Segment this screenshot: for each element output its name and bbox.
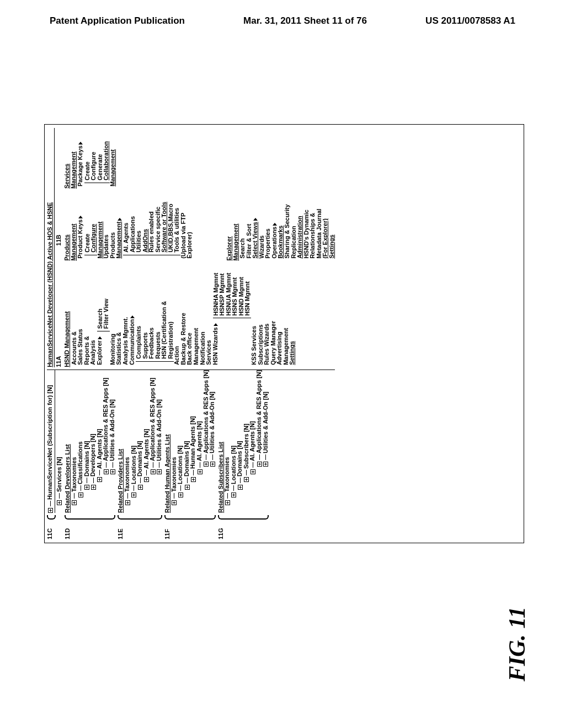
tree-apps: Applications & RES Apps [N] (202, 370, 209, 453)
expand-icon (263, 462, 268, 467)
menu-item: Rules Wizards (264, 270, 270, 367)
expand-icon (257, 462, 262, 467)
expand-icon (198, 469, 202, 474)
flyout-item: AI. Agents (123, 202, 130, 253)
expand-icon (250, 469, 255, 474)
tree-domains: Domains [N] (236, 441, 243, 477)
arrow-icon (214, 323, 218, 326)
ref-11d: 11D (65, 520, 71, 539)
menu-products: Products Management Product Keys Create … (64, 197, 335, 261)
page-header: Patent Application Publication Mar. 31, … (0, 0, 565, 26)
menu-item: Advertising (276, 270, 283, 367)
expand-icon (84, 485, 89, 490)
expand-icon (238, 485, 243, 490)
tree-domains: Domains [N] (83, 441, 90, 477)
tree-locations: Locations [N] (230, 446, 237, 484)
expand-icon (48, 508, 53, 513)
header-right: US 2011/0078583 A1 (425, 15, 515, 26)
expand-icon (97, 477, 102, 482)
menu-services: Services Management Package Keys Create … (64, 128, 116, 189)
menu-item: Management (193, 270, 200, 367)
tree-ai: AI. Agents [N] (143, 429, 150, 469)
expand-icon (78, 493, 83, 497)
tree-locations: Locations [N] (177, 446, 183, 484)
menu-services-title: Services Management (64, 128, 77, 189)
tree-tax: Taxonomies (170, 457, 177, 492)
expand-icon (110, 469, 115, 474)
expand-icon (204, 462, 209, 467)
expand-icon (151, 469, 156, 474)
tree-ai: AI. Agents [N] (96, 429, 103, 469)
menu-item: HSN Wizards (212, 327, 218, 365)
ref-11c: 11C (47, 520, 54, 539)
expand-icon (225, 500, 230, 505)
tree-locations: Locations [N] (130, 446, 137, 484)
expand-icon (104, 469, 109, 474)
menu-item: Communication (129, 319, 135, 365)
expand-icon (131, 493, 136, 497)
menu-item: (Upload via FTP Explorer) (180, 197, 193, 261)
window-title: HumanServiceNet Developer (HSND) Active … (47, 128, 55, 367)
tree-utils: Utilities & Add-On [N] (209, 392, 215, 453)
arrow-icon (118, 218, 122, 221)
tree-domains: Domains [N] (183, 441, 190, 477)
menu-item: Relationships & (310, 197, 316, 261)
expand-icon (231, 493, 236, 497)
flyout-item: Complaints (136, 270, 142, 359)
arrow-icon (98, 336, 102, 339)
flyout-item: Filter View (103, 298, 110, 329)
ref-11f: 11F (164, 520, 171, 539)
menu-item: Select Views (252, 222, 258, 258)
tree-utils: Utilities & Add-On [N] (262, 392, 269, 453)
menu-item: Sales Status (77, 270, 84, 367)
menu-item: KSS Services (251, 270, 258, 367)
tree-domains: Domains [N] (136, 441, 143, 477)
expand-icon (210, 462, 215, 467)
expand-icon (72, 500, 77, 505)
tree-ai: AI. Agents [N] (196, 421, 202, 461)
expand-icon (144, 477, 149, 482)
figure-diagram: 11C HumanServiceNet (Subscription for) [… (44, 124, 524, 543)
tree-apps: Applications & RES Apps [N] (255, 370, 262, 453)
menu-item: Explorer (96, 340, 103, 365)
tree-apps: Applications & RES Apps [N] (149, 378, 156, 461)
menu-item: Settings (329, 197, 335, 261)
tree-developers: Developers [N] (89, 433, 96, 477)
tree-tax: Taxonomies (124, 457, 130, 492)
menu-item: Management (115, 222, 122, 259)
arrow-icon (130, 315, 135, 318)
arrow-icon (78, 216, 83, 218)
tree-tax: Taxonomies (71, 457, 77, 492)
expand-icon (138, 485, 143, 490)
header-center: Mar. 31, 2011 Sheet 11 of 76 (243, 15, 367, 26)
flyout-item: HSN (Certification & Registration) (161, 270, 174, 359)
menu-item: Search (239, 197, 246, 261)
arrow-icon (253, 218, 258, 221)
header-left: Patent Application Publication (50, 15, 185, 26)
menu-explorer-title: Explorer Management (226, 197, 239, 261)
menu-item: Management (110, 128, 116, 189)
tree-human-agents: Human Agents [N] (189, 416, 196, 469)
tree-ai: AI. Agents [N] (249, 421, 255, 461)
tree-utils: Utilities & Add-On [N] (156, 399, 162, 461)
tree-apps: Applications & RES Apps [N] (102, 378, 109, 461)
expand-icon (185, 485, 190, 490)
menu-hsnd-title: HSND Management (64, 270, 71, 367)
expand-icon (125, 500, 130, 505)
ref-11a: 11A (56, 356, 62, 367)
menu-item: Settings (289, 270, 296, 367)
expand-icon (178, 493, 183, 497)
arrow-icon (78, 142, 83, 144)
menu-item: Sharing & Security (284, 197, 291, 261)
menu-item: Operations (271, 227, 278, 259)
ref-11g: 11G (218, 520, 225, 539)
flyout-item: HSN Mgmnt (244, 273, 251, 316)
menu-products-title: Products Management (64, 197, 77, 261)
menu-item: Product Keys (77, 220, 83, 259)
tree-subscribers: Subscribers [N] (243, 424, 249, 469)
menu-item: Package Keys (77, 146, 83, 186)
ref-11e: 11E (118, 520, 124, 539)
flyout-item: Utilities (136, 202, 142, 253)
tree-services: Services [N] (56, 457, 62, 492)
expand-icon (244, 477, 249, 482)
